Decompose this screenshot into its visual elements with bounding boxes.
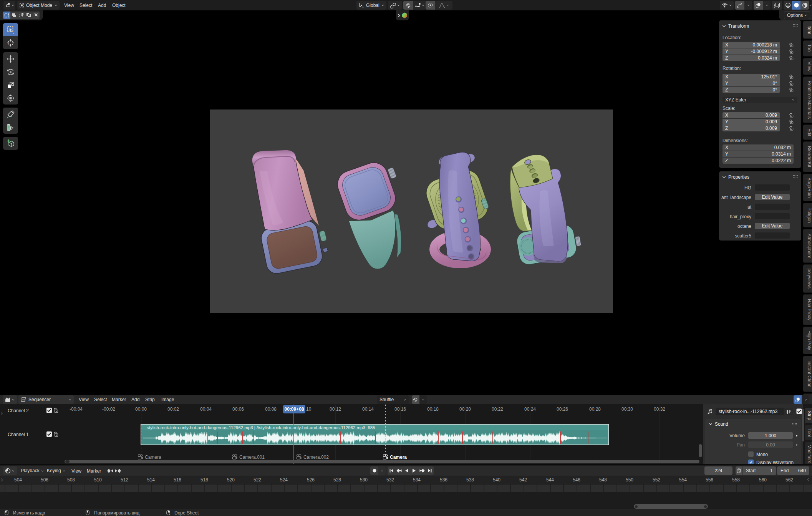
- svg-text:stylish-rock-intro-only-hot-an: stylish-rock-intro-only-hot-and-dangerou…: [147, 425, 375, 430]
